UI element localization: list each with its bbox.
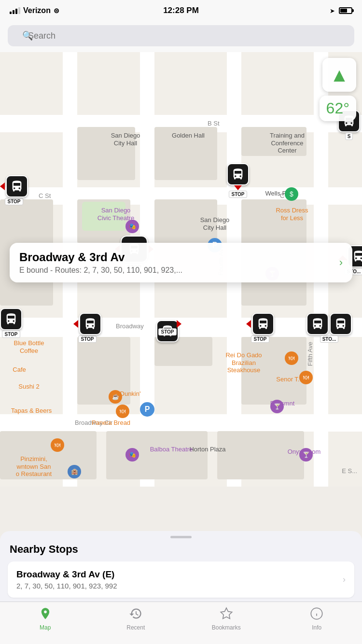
status-right: ➤ xyxy=(330,7,352,14)
bus-stop-7[interactable]: STOP xyxy=(246,313,274,343)
bus-stop-label-2: STOP xyxy=(5,198,23,205)
food-icon-3: 🍽 xyxy=(299,371,313,384)
callout-chevron[interactable]: › xyxy=(339,256,343,269)
city-hall-poi: San DiegoCity Hall xyxy=(92,132,159,147)
bus-stop-label-tr: S xyxy=(345,133,353,140)
stop-card-routes: 2, 7, 30, 50, 110, 901, 923, 992 xyxy=(16,582,117,590)
temperature-display: 62° xyxy=(320,96,356,121)
bus-stop-icon-8a xyxy=(306,313,329,335)
parking-icon-2: P xyxy=(140,402,154,417)
bus-stop-icon-5 xyxy=(79,313,101,335)
cocktail-icon-2: 🍸 xyxy=(270,400,284,413)
sheet-handle[interactable] xyxy=(0,531,362,543)
bookmarks-tab-label: Bookmarks xyxy=(212,624,241,631)
city-hall-2-poi: San DiegoCity Hall xyxy=(193,216,237,231)
time-display: 12:28 PM xyxy=(163,6,199,15)
bus-stop-arrow-1 xyxy=(234,185,242,190)
bus-stop-icon-7 xyxy=(252,313,274,335)
tab-bar: Map Recent Bookmarks Info xyxy=(0,602,362,644)
bus-stop-label-1: STOP xyxy=(229,191,247,198)
bus-stop-label-8: STO... xyxy=(320,336,339,343)
search-input[interactable] xyxy=(8,25,354,46)
tab-bookmarks[interactable]: Bookmarks xyxy=(181,607,272,631)
compass-arrow-icon: ▲ xyxy=(330,64,349,86)
search-bar-container: 🔍 xyxy=(0,21,362,52)
bottom-sheet: Nearby Stops Broadway & 3rd Av (E) 2, 7,… xyxy=(0,531,362,602)
wifi-icon: ⊜ xyxy=(54,7,59,14)
cafe-poi: Cafe xyxy=(0,366,39,374)
dollar-icon: $ xyxy=(285,187,298,201)
rei-do-gado-poi: Rei Do GadoBrazilianSteakhouse xyxy=(208,351,280,374)
bus-stop-icon-1 xyxy=(227,163,249,185)
map-tab-icon xyxy=(39,607,52,622)
map-tab-label: Map xyxy=(40,624,51,631)
location-arrow-icon: ➤ xyxy=(330,7,335,14)
golden-hall-poi: Golden Hall xyxy=(164,132,212,140)
sushi-poi: Sushi 2 xyxy=(0,383,58,391)
search-icon: 🔍 xyxy=(22,30,33,41)
recent-tab-icon xyxy=(129,607,142,622)
bus-stop-label-4: STOP xyxy=(2,331,20,338)
blue-bottle-poi: Blue BottleCoffee xyxy=(0,339,58,354)
theater-icon-2: 🎭 xyxy=(125,220,139,233)
status-left: Verizon ⊜ xyxy=(10,6,59,15)
bus-stop-2[interactable]: STOP xyxy=(0,175,28,205)
food-icon-4: 🍽 xyxy=(51,438,64,452)
coffee-icon: ☕ xyxy=(109,390,122,404)
handle-bar xyxy=(170,536,192,538)
tab-recent[interactable]: Recent xyxy=(91,607,181,631)
ross-poi: Ross Dressfor Less xyxy=(263,207,321,222)
cocktail-icon-3: 🍸 xyxy=(299,448,313,462)
fifth-ave-label: Fifth Ave xyxy=(306,342,314,366)
bus-stop-label-7: STOP xyxy=(251,336,269,343)
svg-marker-0 xyxy=(221,608,232,618)
stop-card-name: Broadway & 3rd Av (E) xyxy=(16,569,117,580)
bus-stop-6[interactable]: STOP xyxy=(153,320,181,336)
callout-content: Broadway & 3rd Av E bound - Routes: 2, 7… xyxy=(19,251,339,275)
building-block-11 xyxy=(106,431,208,479)
battery-indicator xyxy=(339,7,352,14)
bus-stop-label-5: STOP xyxy=(78,336,96,343)
bus-stop-1[interactable]: STOP xyxy=(227,163,249,198)
bookmarks-tab-icon xyxy=(220,607,233,622)
signal-bars xyxy=(10,7,20,14)
training-center-poi: Training andConferenceCenter xyxy=(253,132,321,154)
bus-stop-8[interactable]: STO... xyxy=(306,313,352,343)
stop-card-1[interactable]: Broadway & 3rd Av (E) 2, 7, 30, 50, 110,… xyxy=(8,561,354,598)
bus-stop-icon-4 xyxy=(0,308,22,330)
info-tab-label: Info xyxy=(312,624,321,631)
theater-icon: 🎭 xyxy=(125,448,139,462)
broadway-label: Broadway xyxy=(116,322,144,330)
balboa-theatre-poi: Balboa Theatre xyxy=(138,446,205,453)
tab-info[interactable]: Info xyxy=(272,607,362,631)
nearby-stops-title: Nearby Stops xyxy=(0,543,362,561)
hotel-icon: 🏨 xyxy=(68,465,81,478)
compass[interactable]: ▲ xyxy=(322,58,356,92)
bus-stop-icon-8b xyxy=(330,313,352,335)
panera-poi: Panera Bread xyxy=(80,419,142,427)
bus-stop-4[interactable]: STOP xyxy=(0,308,22,338)
bus-stop-label-6: STOP xyxy=(158,328,176,336)
carrier-label: Verizon xyxy=(23,6,51,15)
battery-fill xyxy=(340,9,347,13)
food-icon-2: 🍽 xyxy=(285,351,298,365)
status-bar: Verizon ⊜ 12:28 PM ➤ xyxy=(0,0,362,21)
c-street-label-left: C St xyxy=(39,192,51,199)
tab-map[interactable]: Map xyxy=(0,607,91,631)
stop-callout[interactable]: Broadway & 3rd Av E bound - Routes: 2, 7… xyxy=(10,243,352,282)
e-street-label: E S... xyxy=(342,467,357,475)
callout-subtitle: E bound - Routes: 2, 7, 30, 50, 110, 901… xyxy=(19,266,339,275)
b-street-label: B St xyxy=(208,120,220,127)
pinzimini-poi: Pinzimini,wntown Sano Restaurant xyxy=(0,455,68,478)
info-tab-icon xyxy=(310,607,323,622)
broadway-cir-street xyxy=(0,414,362,432)
bus-stop-arrow-2 xyxy=(0,182,5,190)
food-icon-1: 🍽 xyxy=(116,405,129,418)
stop-card-chevron: › xyxy=(343,574,346,585)
tapas-poi: Tapas & Beers xyxy=(0,407,63,415)
map-view[interactable]: B St C St C St Broadway Broadway Cir Thi… xyxy=(0,52,362,487)
bus-stop-icon-2 xyxy=(6,175,28,197)
callout-title: Broadway & 3rd Av xyxy=(19,251,339,264)
bus-stop-5[interactable]: STOP xyxy=(73,313,101,343)
recent-tab-label: Recent xyxy=(126,624,145,631)
